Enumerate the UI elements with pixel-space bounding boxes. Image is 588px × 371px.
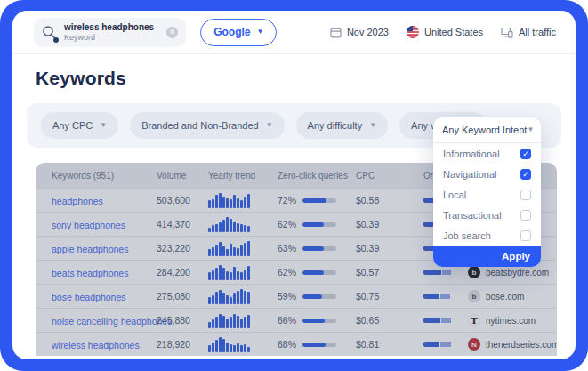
domain-cell: Tnytimes.com — [468, 314, 557, 327]
zero-click-cell: 59% — [278, 291, 356, 302]
cpc-cell: $0.65 — [356, 315, 402, 326]
checkbox-unchecked-icon[interactable] — [520, 230, 531, 241]
intent-option[interactable]: Navigational✓ — [433, 164, 541, 184]
zero-click-percent: 63% — [278, 243, 296, 254]
checkbox-checked-icon[interactable]: ✓ — [520, 169, 531, 180]
keyword-cell: sony headphones — [36, 216, 157, 232]
intent-option-label: Local — [443, 190, 466, 200]
domain-favicon: N — [468, 338, 480, 351]
cpc-cell: $0.75 — [356, 291, 402, 302]
zero-click-percent: 62% — [278, 219, 296, 230]
checkbox-unchecked-icon[interactable] — [520, 210, 531, 221]
top-bar: wireless headphones Keyword ✕ Google ▼ N… — [12, 11, 576, 54]
organic-vs-paid-bar — [423, 294, 459, 299]
domain-link[interactable]: bose.com — [486, 292, 524, 302]
app-card: wireless headphones Keyword ✕ Google ▼ N… — [12, 11, 576, 359]
zero-click-percent: 66% — [278, 315, 296, 326]
intent-option-label: Job search — [443, 230, 491, 241]
search-text-group: wireless headphones Keyword — [64, 22, 154, 42]
yearly-trend-cell — [208, 216, 278, 232]
domain-cell: Nthenerdseries.com — [468, 338, 557, 351]
cpc-cell: $0.39 — [356, 243, 402, 254]
column-header: Zero-click queries — [278, 171, 356, 181]
zero-click-progress-bar — [302, 246, 336, 251]
keyword-cell: wireless headphones — [36, 336, 157, 352]
zero-click-percent: 72% — [278, 195, 296, 206]
keyword-link[interactable]: wireless headphones — [52, 340, 140, 351]
table-row[interactable]: noise cancelling headphones245,88066%$0.… — [36, 308, 557, 332]
domain-favicon: b — [468, 266, 480, 278]
volume-cell: 414,370 — [157, 219, 208, 230]
cpc-cell: $0.81 — [356, 339, 402, 350]
domain-link[interactable]: thenerdseries.com — [486, 340, 557, 350]
chevron-down-icon: ▼ — [369, 122, 376, 129]
search-engine-label: Google — [213, 26, 250, 38]
organic-vs-paid-bar — [423, 342, 459, 347]
search-icon — [42, 25, 57, 40]
zero-click-progress-bar — [302, 198, 336, 203]
devices-icon — [501, 27, 513, 38]
domain-cell: bbeatsbydre.com — [468, 266, 557, 278]
zero-click-progress-bar — [302, 343, 336, 347]
keyword-intent-label: Any Keyword Intent — [442, 125, 527, 135]
yearly-trend-sparkline — [208, 192, 253, 208]
filter-pill[interactable]: Any difficulty▼ — [296, 112, 388, 139]
chevron-down-icon: ▼ — [527, 126, 534, 133]
organic-vs-paid-bar — [423, 318, 459, 323]
yearly-trend-cell — [208, 240, 278, 256]
country-selector[interactable]: United States — [407, 26, 483, 38]
table-row[interactable]: bose headphones275,08059%$0.75bbose.com — [36, 284, 557, 308]
keyword-link[interactable]: bose headphones — [52, 292, 126, 302]
intent-option-label: Transactional — [443, 210, 502, 221]
checkbox-unchecked-icon[interactable] — [520, 190, 531, 200]
intent-option[interactable]: Job search — [433, 225, 541, 246]
intent-option[interactable]: Local — [433, 184, 541, 205]
yearly-trend-cell — [208, 192, 278, 208]
filter-pill[interactable]: Any CPC▼ — [41, 112, 118, 139]
date-label: Nov 2023 — [347, 27, 389, 37]
zero-click-cell: 66% — [278, 315, 356, 326]
volume-cell: 323,220 — [157, 243, 208, 254]
volume-cell: 503,600 — [157, 195, 208, 206]
yearly-trend-cell — [208, 336, 278, 352]
traffic-selector[interactable]: All traffic — [501, 27, 556, 38]
keyword-cell: headphones — [36, 192, 157, 208]
date-selector[interactable]: Nov 2023 — [330, 27, 389, 38]
table-row[interactable]: wireless headphones218,92068%$0.81Nthene… — [36, 332, 557, 356]
domain-link[interactable]: beatsbydre.com — [486, 268, 549, 278]
chevron-down-icon: ▼ — [266, 122, 273, 129]
zero-click-progress-bar — [302, 319, 336, 323]
keyword-link[interactable]: sony headphones — [52, 220, 125, 230]
keyword-cell: apple headphones — [36, 240, 157, 256]
intent-option-label: Informational — [443, 149, 500, 159]
cpc-cell: $0.58 — [356, 195, 402, 206]
yearly-trend-cell — [208, 264, 278, 280]
keyword-link[interactable]: apple headphones — [52, 244, 128, 254]
filter-pill-label: Any CPC — [52, 120, 93, 131]
keyword-type-dot — [53, 37, 59, 43]
keyword-search-input[interactable]: wireless headphones Keyword ✕ — [34, 18, 186, 47]
us-flag-icon — [407, 26, 419, 38]
apply-button[interactable]: Apply — [433, 246, 541, 267]
cpc-cell: $0.57 — [356, 267, 402, 278]
keyword-link[interactable]: noise cancelling headphones — [52, 316, 172, 327]
chevron-down-icon: ▼ — [100, 122, 107, 129]
search-engine-button[interactable]: Google ▼ — [200, 19, 277, 46]
checkbox-checked-icon[interactable]: ✓ — [520, 149, 531, 159]
keyword-intent-options: Informational✓Navigational✓LocalTransact… — [433, 143, 541, 246]
keyword-link[interactable]: beats headphones — [52, 268, 128, 278]
filter-pill[interactable]: Branded and Non-Branded▼ — [130, 112, 284, 139]
domain-link[interactable]: nytimes.com — [486, 316, 536, 326]
search-query-text: wireless headphones — [64, 22, 154, 33]
country-label: United States — [424, 27, 483, 37]
filter-pill-group: Any CPC▼Branded and Non-Branded▼Any diff… — [41, 112, 487, 139]
zero-click-cell: 72% — [278, 195, 356, 206]
intent-option[interactable]: Transactional — [433, 205, 541, 225]
intent-option[interactable]: Informational✓ — [433, 143, 541, 164]
cpc-cell: $0.39 — [356, 219, 402, 230]
keyword-link[interactable]: headphones — [52, 196, 103, 206]
keyword-intent-filter-button[interactable]: Any Keyword Intent ▼ — [433, 117, 541, 143]
clear-search-icon[interactable]: ✕ — [166, 27, 178, 38]
chevron-down-icon: ▼ — [257, 28, 264, 36]
column-header: Keywords (951) — [36, 171, 157, 181]
